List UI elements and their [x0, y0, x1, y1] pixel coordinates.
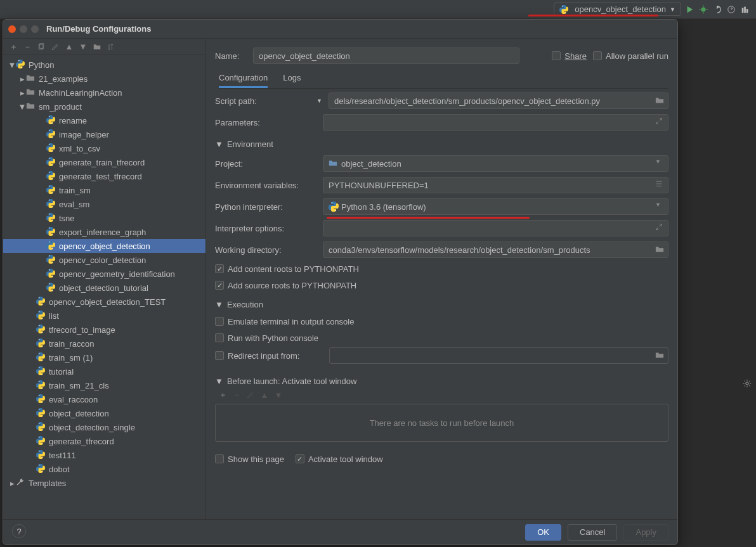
run-config-selector[interactable]: opencv_object_detection ▼ [554, 3, 681, 16]
tree-item-folder-mlaction[interactable]: ▸MachinLearinginAction [3, 86, 205, 100]
coverage-icon[interactable] [712, 4, 723, 15]
close-icon[interactable] [8, 25, 16, 33]
tree-item-tfrecord_to_image[interactable]: tfrecord_to_image [3, 323, 205, 337]
interpreter-select[interactable]: Python 3.6 (tensorflow) ▼ [323, 198, 668, 215]
tree-item-label: tutorial [49, 367, 74, 376]
folder-icon[interactable] [92, 42, 102, 52]
tree-item-templates[interactable]: ▸Templates [3, 476, 205, 490]
help-icon[interactable]: ? [12, 524, 26, 538]
chevron-down-icon[interactable]: ▼ [655, 202, 665, 212]
browse-icon[interactable] [655, 351, 665, 361]
tree-item-train_sm[interactable]: train_sm [3, 183, 205, 197]
item-icon [36, 366, 46, 376]
tree-item-list[interactable]: list [3, 309, 205, 323]
tree-item-test111[interactable]: test111 [3, 448, 205, 462]
expand-caret-icon[interactable]: ▼ [215, 139, 223, 149]
tree-item-folder-smproduct[interactable]: ▼sm_product [3, 100, 205, 113]
expand-icon[interactable] [655, 117, 665, 127]
tree-item-tsne[interactable]: tsne [3, 211, 205, 225]
add-task-icon[interactable]: ＋ [218, 390, 228, 400]
allow-parallel-checkbox[interactable]: Allow parallel run [593, 51, 668, 61]
script-path-label: Script path: [215, 96, 316, 106]
tree-item-xml_to_csv[interactable]: xml_to_csv [3, 141, 205, 155]
parameters-input[interactable] [323, 114, 668, 131]
svg-point-38 [49, 269, 49, 270]
move-down-icon[interactable]: ▼ [78, 42, 88, 52]
minimize-icon[interactable] [20, 25, 27, 33]
remove-config-icon[interactable]: － [22, 42, 32, 52]
item-icon [46, 171, 56, 181]
tab-logs[interactable]: Logs [283, 69, 301, 88]
tree-item-object_detection_single[interactable]: object_detection_single [3, 420, 205, 434]
tree-item-object_detection[interactable]: object_detection [3, 406, 205, 420]
tree-item-object_detection_tutorial[interactable]: object_detection_tutorial [3, 281, 205, 295]
tree-item-eval_sm[interactable]: eval_sm [3, 197, 205, 211]
tree-item-opencv_color_detection[interactable]: opencv_color_detection [3, 253, 205, 267]
chevron-down-icon[interactable]: ▼ [655, 158, 665, 169]
chevron-down-icon: ▼ [670, 6, 675, 13]
ok-button[interactable]: OK [525, 524, 561, 541]
share-checkbox[interactable]: Share [552, 51, 587, 61]
tab-configuration[interactable]: Configuration [219, 69, 268, 88]
tree-item-train_raccon[interactable]: train_raccon [3, 337, 205, 351]
tree-item-tutorial[interactable]: tutorial [3, 364, 205, 378]
redirect-checkbox[interactable]: Redirect input from: [215, 351, 323, 361]
list-icon[interactable] [655, 180, 665, 190]
content-roots-checkbox[interactable]: Add content roots to PYTHONPATH [215, 264, 359, 274]
tree-item-train_sm (1)[interactable]: train_sm (1) [3, 351, 205, 364]
browse-icon[interactable] [655, 96, 665, 106]
debug-icon[interactable] [698, 4, 709, 15]
move-task-up-icon: ▲ [259, 390, 270, 400]
tree-item-folder-examples[interactable]: ▸21_examples [3, 72, 205, 86]
workdir-label: Working directory: [215, 245, 316, 255]
run-icon[interactable] [684, 4, 695, 15]
emulate-terminal-checkbox[interactable]: Emulate terminal in output console [215, 317, 354, 326]
tree-item-opencv_geometry_identification[interactable]: opencv_geometry_identification [3, 267, 205, 281]
tree-item-generate_train_tfrecord[interactable]: generate_train_tfrecord [3, 155, 205, 169]
tree-item-eval_raccoon[interactable]: eval_raccoon [3, 392, 205, 406]
profile-icon[interactable] [726, 4, 737, 15]
cancel-button[interactable]: Cancel [568, 524, 617, 541]
settings-config-icon[interactable] [50, 42, 60, 52]
activate-window-checkbox[interactable]: Activate tool window [296, 454, 383, 464]
tree-item-image_helper[interactable]: image_helper [3, 127, 205, 141]
browse-icon[interactable] [655, 245, 665, 255]
tree-item-opencv_object_detection[interactable]: opencv_object_detection [3, 239, 205, 253]
expand-icon[interactable] [655, 223, 665, 233]
tree-item-label: eval_raccoon [49, 395, 98, 404]
tree-item-label: tsne [59, 214, 75, 223]
tree-item-train_sm_21_cls[interactable]: train_sm_21_cls [3, 378, 205, 392]
svg-point-41 [51, 290, 52, 291]
settings-icon[interactable] [741, 377, 753, 390]
tree-item-dobot[interactable]: dobot [3, 462, 205, 476]
move-up-icon[interactable]: ▲ [64, 42, 74, 52]
add-config-icon[interactable]: ＋ [8, 42, 18, 52]
show-page-checkbox[interactable]: Show this page [215, 454, 284, 464]
name-input[interactable]: opencv_object_detection [253, 48, 519, 64]
expand-caret-icon[interactable]: ▼ [215, 300, 223, 309]
dialog-titlebar: Run/Debug Configurations [3, 20, 677, 39]
source-roots-checkbox[interactable]: Add source roots to PYTHONPATH [215, 281, 356, 290]
stop-icon[interactable] [740, 4, 751, 15]
redirect-input[interactable] [329, 347, 668, 364]
interp-options-input[interactable] [323, 220, 668, 236]
tree-item-python-root[interactable]: ▼Python [3, 58, 205, 72]
svg-point-48 [39, 339, 39, 340]
sort-icon[interactable] [106, 42, 116, 52]
script-path-input[interactable]: dels/research/object_detection/sm_produc… [329, 93, 668, 109]
workdir-input[interactable]: conda3/envs/tensorflow/models/research/o… [323, 241, 668, 258]
tree-item-opencv_object_detection_TEST[interactable]: opencv_object_detection_TEST [3, 295, 205, 309]
tree-item-generate_test_tfrecord[interactable]: generate_test_tfrecord [3, 169, 205, 183]
tree-item-rename[interactable]: rename [3, 113, 205, 127]
project-select[interactable]: object_detection ▼ [323, 155, 668, 172]
config-tree[interactable]: ▼Python▸21_examples▸MachinLearinginActio… [3, 55, 205, 519]
chevron-down-icon[interactable]: ▼ [316, 98, 322, 104]
item-icon [46, 213, 56, 223]
tree-item-generate_tfrecord[interactable]: generate_tfrecord [3, 434, 205, 448]
run-console-checkbox[interactable]: Run with Python console [215, 333, 318, 343]
maximize-icon[interactable] [31, 25, 39, 33]
env-vars-input[interactable]: PYTHONUNBUFFERED=1 [323, 177, 668, 193]
copy-config-icon[interactable] [36, 42, 46, 52]
expand-caret-icon[interactable]: ▼ [215, 376, 223, 386]
tree-item-export_inference_graph[interactable]: export_inference_graph [3, 225, 205, 239]
